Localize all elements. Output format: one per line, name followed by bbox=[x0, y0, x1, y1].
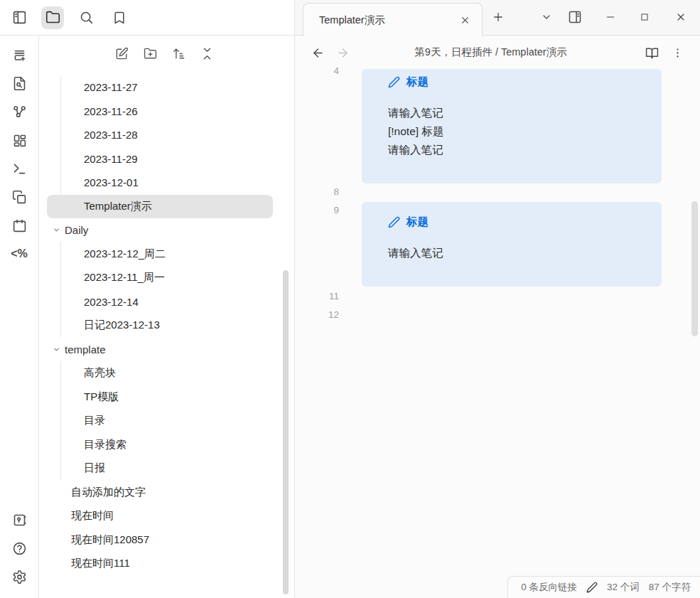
blocks-icon bbox=[12, 133, 27, 148]
file-item[interactable]: 2023-11-29 bbox=[40, 147, 294, 171]
file-item[interactable]: 2023-11-27 bbox=[40, 75, 294, 100]
file-item-label: 现在时间120857 bbox=[71, 533, 149, 547]
callout-body: 请输入笔记[!note] 标题请输入笔记 bbox=[388, 104, 662, 159]
tab-templater-demo[interactable]: Templater演示 bbox=[303, 3, 483, 36]
edit-mode-indicator[interactable] bbox=[586, 582, 598, 593]
navigate-forward-button[interactable] bbox=[333, 43, 352, 63]
file-item[interactable]: 2023-11-26 bbox=[40, 100, 294, 124]
file-item[interactable]: 2023-12-01 bbox=[40, 171, 294, 195]
new-note-button[interactable] bbox=[112, 43, 131, 63]
file-item[interactable]: 现在时间120857 bbox=[40, 528, 294, 552]
toggle-left-sidebar-button[interactable] bbox=[8, 6, 31, 29]
sort-order-button[interactable] bbox=[168, 43, 188, 63]
blocks-button[interactable] bbox=[5, 126, 33, 154]
navigate-back-button[interactable] bbox=[308, 43, 328, 63]
pencil-icon bbox=[586, 582, 598, 593]
file-item[interactable]: 目录 bbox=[40, 409, 294, 433]
word-count: 32 个词 bbox=[607, 581, 640, 594]
file-item[interactable]: 2023-11-28 bbox=[40, 123, 294, 147]
callout-title-text: 标题 bbox=[406, 75, 429, 90]
collapse-all-button[interactable] bbox=[197, 43, 217, 63]
reading-mode-button[interactable] bbox=[642, 43, 662, 63]
new-note-icon bbox=[115, 47, 129, 60]
file-item[interactable]: 2023-12-14 bbox=[40, 290, 294, 314]
file-item[interactable]: 2023-12-11_周一 bbox=[40, 266, 294, 290]
help-button[interactable] bbox=[5, 534, 33, 562]
breadcrumb[interactable]: 第9天，日程插件 / Templater演示 bbox=[359, 36, 623, 68]
editor-scrollbar[interactable] bbox=[691, 201, 698, 336]
file-item-label: 现在时间111 bbox=[71, 557, 130, 570]
file-item-label: 目录 bbox=[84, 414, 105, 427]
tab-list-button[interactable] bbox=[537, 7, 556, 27]
left-sidebar-header bbox=[0, 0, 294, 36]
file-item-label: Templater演示 bbox=[84, 200, 152, 213]
more-options-button[interactable] bbox=[667, 43, 687, 63]
file-item-label: TP模版 bbox=[84, 390, 119, 404]
kebab-menu-icon bbox=[672, 47, 684, 59]
callout-title: 标题 bbox=[388, 74, 662, 90]
tab-bookmarks[interactable] bbox=[108, 6, 131, 29]
file-item-label: 2023-12-12_周二 bbox=[84, 247, 166, 261]
window-maximize-button[interactable] bbox=[635, 7, 655, 27]
file-item[interactable]: 2023-12-12_周二 bbox=[40, 242, 294, 267]
file-item-label: 自动添加的文字 bbox=[71, 486, 146, 499]
file-list: 2023-11-272023-11-262023-11-282023-11-29… bbox=[40, 75, 294, 576]
file-item-label: 日报 bbox=[84, 461, 105, 475]
graph-button[interactable] bbox=[5, 97, 33, 126]
note-callout[interactable]: 标题 请输入笔记 bbox=[362, 202, 662, 287]
file-search-button[interactable] bbox=[5, 69, 33, 97]
backlinks-count[interactable]: 0 条反向链接 bbox=[521, 581, 577, 594]
window-minimize-button[interactable] bbox=[601, 7, 620, 27]
folder-item[interactable]: Daily bbox=[40, 218, 294, 242]
file-item[interactable]: 日记2023-12-13 bbox=[40, 314, 294, 338]
line-number: 11 bbox=[311, 289, 339, 304]
panel-right-icon bbox=[568, 10, 582, 24]
file-item[interactable]: 现在时间 bbox=[40, 504, 294, 528]
file-explorer: 2023-11-272023-11-262023-11-282023-11-29… bbox=[40, 36, 294, 598]
terminal-button[interactable] bbox=[5, 154, 33, 183]
file-item[interactable]: TP模版 bbox=[40, 385, 294, 410]
explorer-scrollbar[interactable] bbox=[283, 270, 289, 594]
maximize-icon bbox=[640, 12, 650, 22]
explorer-toolbar bbox=[40, 36, 294, 71]
panel-left-icon bbox=[12, 10, 27, 25]
file-item-label: 2023-11-26 bbox=[84, 105, 138, 117]
close-icon bbox=[675, 11, 686, 23]
templater-icon: <% bbox=[11, 247, 28, 260]
callout-title: 标题 bbox=[388, 214, 662, 230]
callout-body: 请输入笔记 bbox=[388, 244, 662, 262]
copy-icon bbox=[12, 190, 27, 205]
tab-files[interactable] bbox=[41, 6, 64, 29]
file-item[interactable]: 高亮块 bbox=[40, 361, 294, 385]
tab-search[interactable] bbox=[75, 6, 97, 29]
file-item[interactable]: 现在时间111 bbox=[40, 552, 294, 576]
chevrons-down-up-icon bbox=[200, 47, 214, 60]
ribbon-bottom bbox=[5, 506, 33, 598]
callout-text-line: 请输入笔记 bbox=[388, 141, 662, 159]
chevron-down-icon bbox=[53, 346, 60, 353]
pencil-icon bbox=[388, 76, 400, 88]
toggle-right-sidebar-button[interactable] bbox=[565, 7, 585, 27]
folder-item[interactable]: template bbox=[40, 338, 294, 362]
vault-switcher-button[interactable] bbox=[5, 506, 33, 534]
file-item[interactable]: 日报 bbox=[40, 456, 294, 481]
templater-button[interactable]: <% bbox=[5, 240, 33, 268]
note-callout[interactable]: 标题 请输入笔记[!note] 标题请输入笔记 bbox=[362, 69, 662, 183]
settings-button[interactable] bbox=[5, 562, 33, 591]
line-number: 4 bbox=[311, 64, 339, 78]
calendar-button[interactable] bbox=[5, 211, 33, 240]
window-close-button[interactable] bbox=[671, 7, 691, 27]
sort-asc-icon bbox=[172, 47, 185, 60]
new-tab-button[interactable] bbox=[488, 7, 508, 27]
char-count: 87 个字符 bbox=[649, 581, 691, 594]
file-item-label: 日记2023-12-13 bbox=[84, 319, 160, 332]
file-item[interactable]: 目录搜索 bbox=[40, 433, 294, 457]
copy-button[interactable] bbox=[5, 183, 33, 211]
minimize-icon bbox=[605, 11, 616, 23]
new-folder-button[interactable] bbox=[140, 43, 160, 63]
file-item-label: 2023-12-11_周一 bbox=[84, 271, 165, 284]
tab-close-button[interactable] bbox=[456, 11, 473, 28]
file-item[interactable]: Templater演示 bbox=[47, 195, 273, 219]
file-item[interactable]: 自动添加的文字 bbox=[40, 481, 294, 505]
add-card-button[interactable] bbox=[5, 41, 33, 69]
